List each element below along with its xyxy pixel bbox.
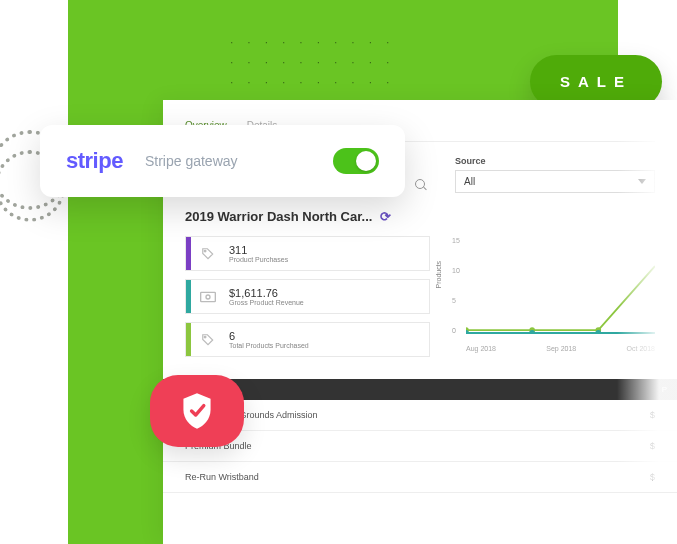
stripe-gateway-card: stripe Stripe gateway	[40, 125, 405, 197]
chart-xaxis: Aug 2018 Sep 2018 Oct 2018	[466, 345, 655, 352]
stripe-gateway-label: Stripe gateway	[145, 153, 311, 169]
stripe-toggle[interactable]	[333, 148, 379, 174]
filter-source-label: Source	[455, 156, 655, 166]
svg-point-3	[204, 336, 206, 338]
svg-point-2	[206, 295, 210, 299]
tag-icon	[191, 323, 225, 356]
race-title: 2019 Warrior Dash North Car... ⟳	[185, 209, 430, 224]
row-name: Re-Run Wristband	[185, 472, 259, 482]
row-value: $	[650, 441, 655, 451]
chart-ylabel: Products	[435, 260, 442, 288]
filter-source-select[interactable]: All	[455, 170, 655, 193]
stripe-logo: stripe	[66, 148, 123, 174]
row-value: $	[650, 472, 655, 482]
stat-label: Product Purchases	[229, 256, 288, 263]
table-row[interactable]: Re-Run Wristband $	[163, 462, 677, 493]
stat-purchases: 311 Product Purchases	[185, 236, 430, 271]
table-header-label: P	[662, 385, 667, 394]
toggle-knob	[356, 151, 376, 171]
race-title-text: 2019 Warrior Dash North Car...	[185, 209, 372, 224]
shield-check-icon	[180, 392, 214, 430]
tag-icon	[191, 237, 225, 270]
svg-rect-1	[201, 292, 216, 301]
svg-point-0	[204, 250, 206, 252]
chevron-down-icon	[638, 179, 646, 184]
filter-source-value: All	[464, 176, 475, 187]
chart-series-primary	[466, 266, 655, 330]
products-chart: Products 15 10 5 0	[448, 237, 655, 352]
stat-label: Total Products Purchased	[229, 342, 309, 349]
stat-value: 311	[229, 244, 288, 256]
stat-revenue: $1,611.76 Gross Product Revenue	[185, 279, 430, 314]
money-icon	[191, 280, 225, 313]
refresh-icon[interactable]: ⟳	[380, 209, 391, 224]
stat-label: Gross Product Revenue	[229, 299, 304, 306]
stat-value: $1,611.76	[229, 287, 304, 299]
table-row[interactable]: Premium Bundle $	[163, 431, 677, 462]
chart-yticks: 15 10 5 0	[452, 237, 460, 334]
row-value: $	[650, 410, 655, 420]
shield-badge	[150, 375, 244, 447]
search-icon[interactable]	[415, 179, 425, 189]
stat-total-products: 6 Total Products Purchased	[185, 322, 430, 357]
stat-value: 6	[229, 330, 309, 342]
filter-source: Source All	[455, 156, 655, 193]
